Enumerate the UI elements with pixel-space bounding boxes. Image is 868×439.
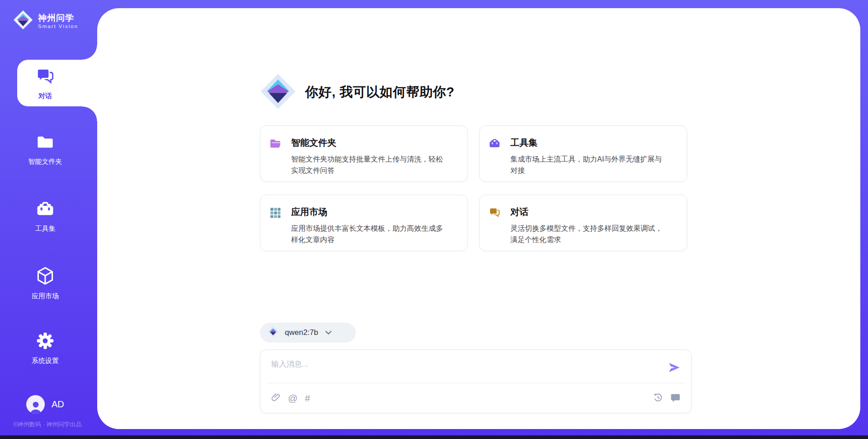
sidebar-item-settings[interactable]: 系统设置 (0, 331, 90, 365)
composer-divider (267, 383, 685, 383)
card-description: 灵活切换多模型文件，支持多样回复效果调试，满足个性化需求 (510, 223, 663, 245)
brand-diamond-icon (259, 72, 297, 113)
card-title: 工具集 (510, 137, 663, 149)
hash-icon: # (305, 393, 310, 404)
chat-bubbles-icon (36, 67, 55, 88)
toolbox-icon (489, 137, 500, 181)
brand-subtitle: Smart Vision (38, 24, 78, 29)
model-name: qwen2:7b (285, 328, 318, 337)
gear-icon (35, 331, 55, 353)
sidebar-item-label: 智能文件夹 (28, 157, 62, 166)
main-panel: 你好, 我可以如何帮助你? 智能文件夹 智能文件夹功能支持批量文件上传与清洗，轻… (97, 8, 860, 429)
card-app-market[interactable]: 应用市场 应用市场提供丰富长文本模板，助力高效生成多样化文章内容 (260, 195, 468, 251)
card-description: 智能文件夹功能支持批量文件上传与清洗，轻松实现文件问答 (291, 153, 444, 176)
history-button[interactable] (653, 392, 663, 405)
active-tab-top-curve (82, 45, 97, 60)
greeting-row: 你好, 我可以如何帮助你? (259, 72, 454, 113)
brand-name: 神州问学 (38, 13, 78, 24)
cube-icon (35, 266, 55, 288)
grid-market-icon (269, 206, 281, 251)
at-sign-icon: @ (288, 393, 297, 404)
message-input[interactable] (271, 359, 656, 380)
window-bottom-edge (0, 435, 868, 439)
active-tab-bottom-curve (82, 106, 97, 121)
attachment-button[interactable] (271, 392, 281, 405)
sidebar-item-label: 应用市场 (32, 292, 59, 301)
copyright-text: ©神州数码 · 神州问学出品 (0, 420, 95, 429)
mention-button[interactable]: @ (288, 393, 297, 404)
toolbox-icon (36, 200, 55, 220)
folder-open-icon (269, 137, 281, 181)
folder-icon (36, 133, 55, 153)
brand-diamond-icon (13, 9, 33, 33)
sidebar-item-app-market[interactable]: 应用市场 (0, 266, 90, 301)
speech-bubble-icon (670, 392, 680, 405)
card-description: 应用市场提供丰富长文本模板，助力高效生成多样化文章内容 (291, 223, 444, 245)
sidebar-item-chat[interactable]: 对话 (0, 67, 90, 100)
sidebar-item-label: 对话 (38, 92, 52, 100)
user-initials: AD (52, 399, 64, 410)
user-account[interactable]: AD (26, 395, 64, 414)
model-diamond-icon (267, 326, 279, 339)
card-chat[interactable]: 对话 灵活切换多模型文件，支持多样回复效果调试，满足个性化需求 (479, 195, 687, 251)
sidebar-item-label: 工具集 (35, 224, 56, 233)
card-title: 对话 (510, 206, 663, 218)
chevron-down-icon (325, 330, 332, 335)
card-description: 集成市场上主流工具，助力AI与外界无缝扩展与对接 (510, 153, 663, 176)
new-chat-button[interactable] (670, 392, 680, 405)
sidebar-item-label: 系统设置 (32, 357, 59, 365)
feature-cards: 智能文件夹 智能文件夹功能支持批量文件上传与清洗，轻松实现文件问答 工具集 集成… (260, 125, 687, 251)
brand: 神州问学 Smart Vision (13, 9, 78, 33)
message-composer: @ # (260, 349, 692, 413)
chat-bubbles-icon (489, 206, 500, 251)
card-title: 智能文件夹 (291, 137, 444, 149)
sidebar-item-smart-folder[interactable]: 智能文件夹 (0, 133, 90, 166)
avatar (26, 395, 45, 414)
card-toolset[interactable]: 工具集 集成市场上主流工具，助力AI与外界无缝扩展与对接 (479, 125, 687, 182)
topic-button[interactable]: # (305, 393, 310, 404)
paperclip-icon (271, 392, 281, 405)
card-title: 应用市场 (291, 206, 444, 218)
model-selector[interactable]: qwen2:7b (260, 323, 356, 343)
composer-toolbar: @ # (271, 389, 680, 408)
send-button[interactable] (667, 361, 681, 375)
send-icon (667, 369, 681, 376)
greeting-text: 你好, 我可以如何帮助你? (305, 83, 454, 101)
sidebar-item-toolset[interactable]: 工具集 (0, 200, 90, 233)
history-icon (653, 392, 663, 405)
card-smart-folder[interactable]: 智能文件夹 智能文件夹功能支持批量文件上传与清洗，轻松实现文件问答 (260, 125, 468, 182)
sidebar: 神州问学 Smart Vision 对话 智能文件夹 (0, 0, 99, 439)
